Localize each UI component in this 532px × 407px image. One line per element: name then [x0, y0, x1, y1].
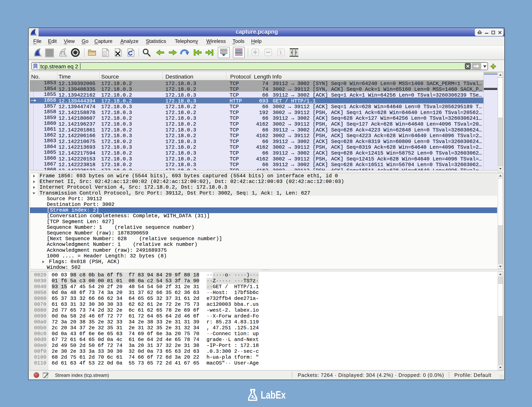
svg-text:0101: 0101: [103, 55, 107, 57]
svg-text:0101: 0101: [103, 51, 107, 53]
